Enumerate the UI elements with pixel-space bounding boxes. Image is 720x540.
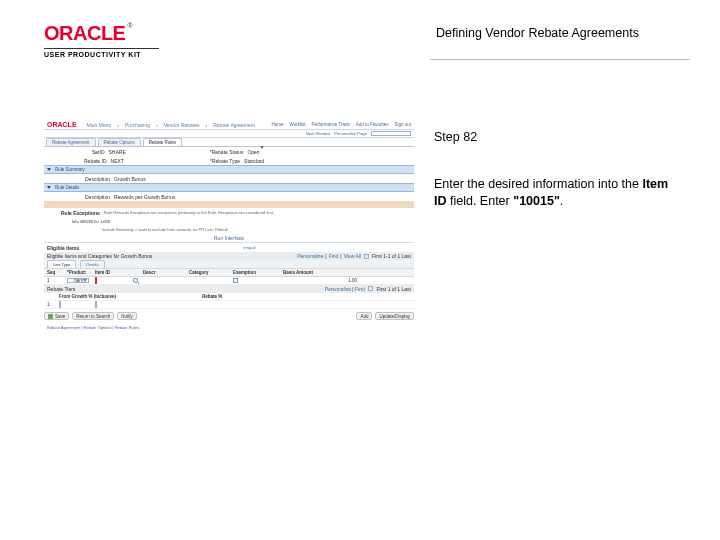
exemption-checkbox[interactable]	[233, 278, 238, 283]
mini-oracle-logo: ORACLE	[47, 121, 77, 128]
instruction-part2: field. Enter	[447, 194, 514, 208]
tab-rebate-options[interactable]: Rebate Options	[98, 138, 141, 146]
status-label: *Rebate Status	[210, 149, 244, 155]
eligible-items-title: Eligible Items	[47, 245, 79, 251]
exceptions-note2: Include Receiving > audit to exclude fro…	[102, 227, 228, 232]
tab-rebate-agreement[interactable]: Rebate Agreement	[46, 138, 96, 146]
grid-personalize[interactable]: Personalize	[297, 253, 323, 259]
notify-button[interactable]: Notify	[117, 312, 137, 320]
summary-desc-value: Growth Bonus	[114, 176, 146, 182]
instruction-part1: Enter the desired information into the	[434, 177, 642, 191]
grid-find[interactable]: Find	[329, 253, 339, 259]
details-desc-label: Description	[85, 194, 110, 200]
tier-col-rebate: Rebate %	[199, 294, 225, 299]
crumb-main[interactable]: Main Menu	[87, 122, 112, 128]
rule-summary-bar[interactable]: Rule Summary	[44, 165, 414, 174]
rule-summary-row: Description Growth Bonus	[44, 174, 414, 183]
rebate-tiers-header: Rebate Tiers Personalize | Find First 1 …	[44, 285, 414, 293]
eligible-grid-row: 1 Item 1.00	[44, 277, 414, 285]
col-basis: Basis Amount	[280, 269, 336, 276]
grid-range: First 1-1 of 1 Last	[372, 253, 411, 259]
tiers-find[interactable]: Find	[355, 286, 365, 292]
run-interface-row: Run Interface	[44, 233, 414, 242]
app-top-bar: ORACLE Main Menu› Purchasing› Vendor Reb…	[44, 120, 414, 130]
app-screenshot: ORACLE Main Menu› Purchasing› Vendor Reb…	[44, 120, 414, 380]
footer-links[interactable]: Rebate Agreement | Rebate Options | Reba…	[44, 323, 414, 332]
item-id-input[interactable]	[95, 277, 97, 284]
quick-search-input[interactable]	[371, 131, 411, 136]
col-category: Category	[186, 269, 230, 276]
return-button[interactable]: Return to Search	[72, 312, 114, 320]
product-dropdown[interactable]: Item	[67, 278, 89, 283]
page-title: Defining Vendor Rebate Agreements	[430, 20, 690, 40]
nav-perf-trace[interactable]: Performance Trace	[311, 122, 349, 127]
new-window-link[interactable]: New Window	[306, 131, 330, 136]
oracle-wordmark: ORACLE	[44, 22, 125, 45]
personalize-link[interactable]: Personalize Page	[334, 131, 367, 136]
tier-col-from: From Growth % (Inclusive)	[56, 294, 119, 299]
lookup-icon[interactable]	[133, 278, 138, 283]
rule-summary-title: Rule Summary	[55, 167, 85, 172]
orange-divider	[44, 201, 414, 208]
update-button[interactable]: Update/Display	[375, 312, 414, 320]
setid-value: SHARE	[109, 149, 126, 155]
run-interface-link[interactable]: Run Interface	[214, 235, 244, 241]
logo-divider	[44, 48, 159, 49]
col-lookup	[130, 269, 140, 276]
oracle-logo-block: ORACLE ® USER PRODUCTIVITY KIT	[44, 22, 194, 58]
cell-seq: 1	[44, 278, 64, 283]
col-item-id: Item ID	[92, 269, 130, 276]
tiers-grid-icon[interactable]	[368, 286, 373, 291]
col-product: *Product	[64, 269, 92, 276]
type-label: *Rebate Type	[210, 158, 240, 164]
tab-rebate-rules[interactable]: Rebate Rules	[143, 138, 182, 146]
rule-details-bar[interactable]: Rule Details	[44, 183, 414, 192]
oracle-logo: ORACLE ®	[44, 22, 194, 45]
rule-exceptions-title: Rule Exceptions	[61, 210, 100, 216]
rule-exceptions-row: Rule Exceptions Rule Rewards Exceptions …	[44, 208, 414, 217]
footer-buttons: Save Return to Search Notify Add Update/…	[44, 309, 414, 323]
cell-basis: 1.00	[280, 278, 360, 283]
crumb-purchasing[interactable]: Purchasing	[125, 122, 150, 128]
nav-worklist[interactable]: Worklist	[290, 122, 306, 127]
type-value: Standard	[244, 158, 264, 164]
rebate-id-value: NEXT	[111, 158, 124, 164]
grid-viewall[interactable]: View All	[344, 253, 361, 259]
emp-id-link: emp-id	[243, 245, 255, 250]
status-dropdown[interactable]: Open	[247, 149, 275, 155]
eligible-subtabs: Line Type Details	[44, 260, 414, 268]
collapse-icon	[47, 186, 51, 189]
nav-home[interactable]: Home	[272, 122, 284, 127]
exceptions-info-value: Info 400200 for 1,000	[72, 219, 110, 224]
eligible-subtitle: Eligible Items and Categories for Growth…	[47, 253, 152, 259]
tier-rebate-input[interactable]	[95, 301, 97, 308]
rule-exceptions-note1: Rule Rewards Exceptions are exceptions p…	[104, 210, 274, 215]
tier-from-input[interactable]	[59, 301, 61, 308]
save-icon	[48, 314, 53, 319]
nav-fav[interactable]: Add to Favorites	[356, 122, 389, 127]
rebate-tiers-columns: From Growth % (Inclusive) Rebate %	[44, 293, 414, 301]
trademark-icon: ®	[127, 22, 132, 29]
col-descr: Descr	[140, 269, 186, 276]
rebate-tiers-row: 1	[44, 301, 414, 309]
crumb-vendor-rebates[interactable]: Vendor Rebates	[164, 122, 200, 128]
rule-details-row: Description Rewards per Growth Bonus	[44, 192, 414, 201]
crumb-rebate-agreement[interactable]: Rebate Agreement	[213, 122, 255, 128]
tiers-personalize[interactable]: Personalize	[325, 286, 351, 292]
rebate-tiers-title: Rebate Tiers	[47, 286, 75, 292]
step-label: Step 82	[434, 130, 477, 144]
rule-exceptions-note2: Include Receiving > audit to exclude fro…	[44, 225, 414, 233]
save-button[interactable]: Save	[44, 312, 69, 320]
collapse-icon	[47, 168, 51, 171]
subtab-details[interactable]: Details	[80, 260, 104, 268]
tiers-range: First 1 of 1 Last	[377, 286, 411, 292]
nav-signout[interactable]: Sign out	[394, 122, 411, 127]
col-exemption: Exemption	[230, 269, 280, 276]
rule-details-title: Rule Details	[55, 185, 79, 190]
instruction-value: "10015"	[513, 194, 560, 208]
instruction-text: Enter the desired information into the I…	[434, 176, 674, 210]
grid-icon[interactable]	[364, 254, 369, 259]
add-button[interactable]: Add	[356, 312, 372, 320]
subtab-line-type[interactable]: Line Type	[47, 260, 76, 268]
details-desc-value: Rewards per Growth Bonus	[114, 194, 175, 200]
